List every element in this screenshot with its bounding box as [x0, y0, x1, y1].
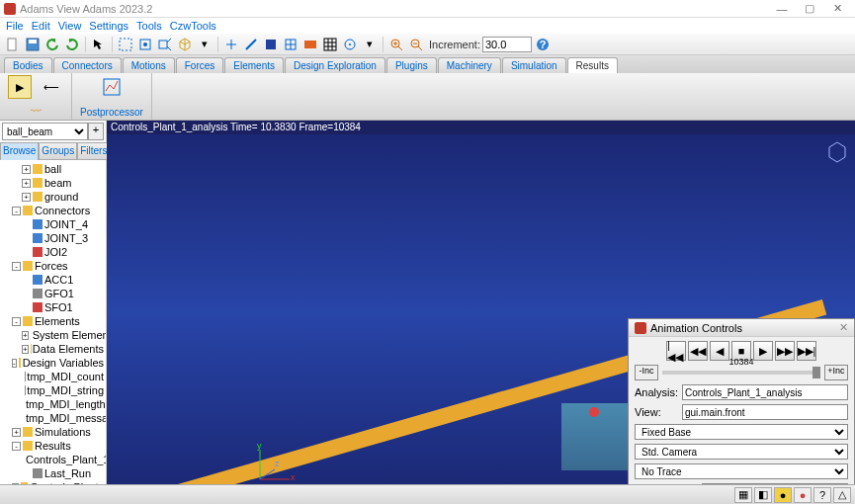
- camera-dropdown[interactable]: Std. Camera: [635, 444, 848, 460]
- redo-icon[interactable]: [63, 36, 81, 53]
- view-cube-icon[interactable]: [825, 140, 849, 164]
- dec-inc-button[interactable]: -Inc: [635, 365, 658, 380]
- zoom-window-icon[interactable]: [156, 36, 174, 53]
- view-field[interactable]: [682, 404, 848, 420]
- new-icon[interactable]: [4, 36, 22, 53]
- tab-simulation[interactable]: Simulation: [502, 57, 566, 73]
- align-icon[interactable]: [222, 36, 240, 53]
- tree-item[interactable]: JOINT_4: [2, 217, 104, 231]
- tab-plugins[interactable]: Plugins: [386, 57, 437, 73]
- svg-rect-7: [266, 40, 276, 49]
- tree-item[interactable]: tmp_MDI_count: [2, 370, 104, 383]
- status-triad-icon[interactable]: △: [833, 487, 851, 503]
- inc-inc-button[interactable]: +Inc: [824, 365, 848, 380]
- analysis-field[interactable]: [682, 384, 848, 400]
- tree-item[interactable]: tmp_MDI_string: [2, 383, 104, 397]
- tree-item[interactable]: +Data Elements: [2, 342, 104, 356]
- sidebar-tab-groups[interactable]: Groups: [39, 142, 77, 160]
- tree-item[interactable]: GFO1: [2, 287, 104, 300]
- rewind-start-icon[interactable]: |◀◀: [666, 341, 686, 361]
- model-dropdown[interactable]: ball_beam: [2, 123, 88, 140]
- render-solid-icon[interactable]: [262, 36, 280, 53]
- frame-value: 10384: [728, 357, 753, 367]
- tree-item[interactable]: Last_Run: [2, 466, 104, 480]
- close-button[interactable]: ✕: [823, 2, 851, 15]
- tree-item[interactable]: +System Elements: [2, 328, 104, 342]
- trace-dropdown[interactable]: No Trace: [635, 463, 848, 479]
- window-select-icon[interactable]: [117, 36, 134, 53]
- base-dropdown[interactable]: Fixed Base: [635, 424, 848, 440]
- tree-item[interactable]: +ground: [2, 190, 104, 204]
- tree-item[interactable]: tmp_MDI_message: [2, 411, 104, 425]
- view-dropdown-icon[interactable]: ▾: [196, 36, 214, 53]
- tree-item[interactable]: Controls_Plant_1_a: [2, 453, 104, 466]
- add-model-button[interactable]: +: [88, 123, 104, 140]
- tab-forces[interactable]: Forces: [176, 57, 224, 73]
- iso-view-icon[interactable]: [176, 36, 194, 53]
- status-red-icon[interactable]: ●: [794, 487, 812, 503]
- tab-design-exploration[interactable]: Design Exploration: [285, 57, 385, 73]
- increment-input[interactable]: [482, 37, 532, 52]
- postprocessor-icon[interactable]: [100, 75, 124, 99]
- tree-item[interactable]: -Forces: [2, 259, 104, 273]
- help-icon[interactable]: ?: [534, 36, 552, 53]
- menu-settings[interactable]: Settings: [87, 20, 130, 32]
- tree-item[interactable]: JOINT_3: [2, 231, 104, 245]
- undo-icon[interactable]: [43, 36, 61, 53]
- maximize-button[interactable]: ▢: [796, 2, 823, 15]
- tree-item[interactable]: tmp_MDI_length: [2, 397, 104, 411]
- center-icon[interactable]: [341, 36, 359, 53]
- curve-icon[interactable]: 〰: [24, 99, 47, 123]
- status-light-icon[interactable]: ●: [774, 487, 792, 503]
- grid-icon[interactable]: [321, 36, 339, 53]
- tree-item[interactable]: SFO1: [2, 300, 104, 314]
- tab-machinery[interactable]: Machinery: [438, 57, 501, 73]
- menu-czwtools[interactable]: CzwTools: [168, 20, 218, 32]
- select-icon[interactable]: [90, 36, 108, 53]
- status-view-icon[interactable]: ◧: [754, 487, 772, 503]
- step-fwd-icon[interactable]: ▶: [753, 341, 773, 361]
- step-back-icon[interactable]: ◀: [710, 341, 729, 361]
- status-grid-icon[interactable]: ▦: [734, 487, 752, 503]
- menu-view[interactable]: View: [56, 20, 84, 32]
- save-icon[interactable]: [24, 36, 42, 53]
- tree-item[interactable]: JOI2: [2, 245, 104, 259]
- tree-item[interactable]: -Results: [2, 439, 104, 453]
- tree-item[interactable]: ACC1: [2, 273, 104, 287]
- menu-tools[interactable]: Tools: [134, 20, 164, 32]
- render-wire-icon[interactable]: [282, 36, 299, 53]
- tab-elements[interactable]: Elements: [224, 57, 284, 73]
- tree-item[interactable]: +ball: [2, 162, 104, 176]
- zoom-in-icon[interactable]: [387, 36, 405, 53]
- menu-file[interactable]: File: [4, 20, 26, 32]
- toggle-visibility-icon[interactable]: [301, 36, 319, 53]
- animation-title-bar[interactable]: Animation Controls ✕: [629, 319, 854, 337]
- tree-item[interactable]: +beam: [2, 176, 104, 190]
- menu-edit[interactable]: Edit: [30, 20, 52, 32]
- measure-icon[interactable]: [242, 36, 260, 53]
- viewport[interactable]: Controls_Plant_1_analysis Time= 10.3830 …: [107, 121, 855, 504]
- tree-item[interactable]: -Design Variables: [2, 356, 104, 370]
- measure-review-icon[interactable]: ⟵: [40, 75, 63, 99]
- frame-slider[interactable]: 10384: [662, 371, 820, 375]
- animation-close-icon[interactable]: ✕: [839, 321, 848, 334]
- tab-connectors[interactable]: Connectors: [53, 57, 122, 73]
- sidebar-tab-browse[interactable]: Browse: [0, 142, 39, 160]
- toggle-dropdown-icon[interactable]: ▾: [361, 36, 379, 53]
- status-help-icon[interactable]: ?: [813, 487, 831, 503]
- animation-icon[interactable]: ▶: [8, 75, 32, 99]
- tab-results[interactable]: Results: [567, 57, 618, 73]
- rewind-icon[interactable]: ◀◀: [688, 341, 708, 361]
- tab-motions[interactable]: Motions: [123, 57, 175, 73]
- zoom-fit-icon[interactable]: [136, 36, 154, 53]
- tree-item[interactable]: +Simulations: [2, 425, 104, 439]
- fast-fwd-icon[interactable]: ▶▶: [775, 341, 795, 361]
- tree-item[interactable]: -Elements: [2, 314, 104, 328]
- model-tree[interactable]: +ball+beam+ground-ConnectorsJOINT_4JOINT…: [0, 160, 106, 486]
- tree-item[interactable]: -Connectors: [2, 204, 104, 217]
- minimize-button[interactable]: —: [768, 3, 796, 15]
- fwd-end-icon[interactable]: ▶▶|: [797, 341, 816, 361]
- tab-bodies[interactable]: Bodies: [4, 57, 52, 73]
- sidebar-tab-filters[interactable]: Filters: [77, 142, 110, 160]
- zoom-out-icon[interactable]: [407, 36, 425, 53]
